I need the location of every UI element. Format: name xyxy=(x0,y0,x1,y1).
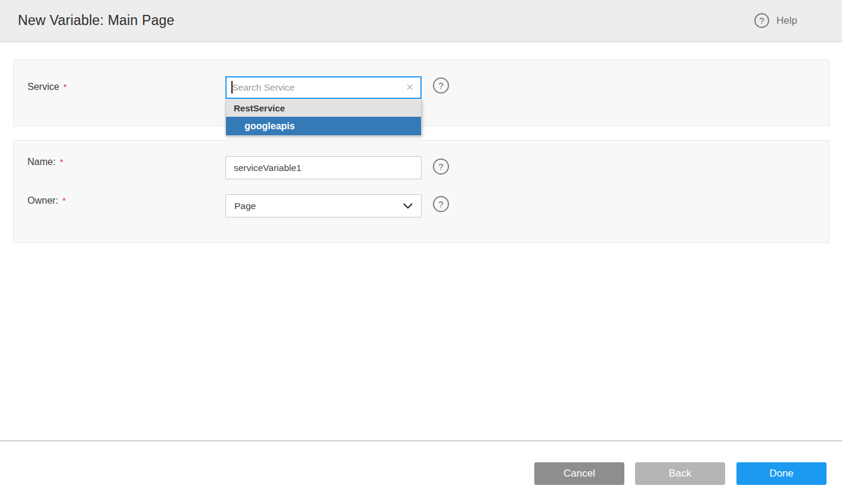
service-required-asterisk: * xyxy=(63,82,67,92)
owner-label-text: Owner: xyxy=(27,195,58,206)
service-search-box: ✕ xyxy=(225,76,422,99)
help-label: Help xyxy=(776,15,797,27)
chevron-down-icon xyxy=(403,203,413,209)
back-button[interactable]: Back xyxy=(635,462,725,485)
details-panel: Name:* ? Owner:* Page ? xyxy=(13,140,829,243)
help-icon-glyph: ? xyxy=(759,15,764,26)
name-required-asterisk: * xyxy=(60,157,63,167)
service-panel: Service* ✕ RestService googleapis ? xyxy=(13,60,829,126)
dialog-header: New Variable: Main Page ? Help xyxy=(0,0,842,42)
service-help-icon-glyph: ? xyxy=(438,80,443,91)
dropdown-group-restservice[interactable]: RestService xyxy=(226,99,421,117)
dropdown-option-googleapis[interactable]: googleapis xyxy=(226,117,421,135)
footer-separator xyxy=(0,440,842,441)
owner-field-label: Owner:* xyxy=(27,195,66,206)
owner-help-icon-glyph: ? xyxy=(438,199,443,209)
name-input[interactable] xyxy=(225,156,422,179)
service-field-label: Service* xyxy=(27,82,67,92)
help-icon: ? xyxy=(754,13,769,28)
name-field-label: Name:* xyxy=(27,157,63,167)
service-search-input[interactable] xyxy=(227,82,400,93)
name-help-icon-glyph: ? xyxy=(438,161,443,172)
name-help-icon[interactable]: ? xyxy=(433,158,449,175)
owner-select[interactable]: Page xyxy=(225,194,422,217)
help-link[interactable]: ? Help xyxy=(754,13,797,28)
name-label-text: Name: xyxy=(27,157,55,167)
cancel-button[interactable]: Cancel xyxy=(534,462,624,485)
service-help-icon[interactable]: ? xyxy=(433,77,449,94)
service-label-text: Service xyxy=(27,82,59,92)
page-title: New Variable: Main Page xyxy=(18,13,174,29)
clear-icon[interactable]: ✕ xyxy=(400,83,420,92)
owner-select-value: Page xyxy=(234,201,256,211)
service-dropdown: RestService googleapis xyxy=(225,99,422,136)
owner-help-icon[interactable]: ? xyxy=(433,196,449,212)
done-button[interactable]: Done xyxy=(736,462,826,485)
text-caret xyxy=(231,81,233,94)
owner-required-asterisk: * xyxy=(63,195,66,206)
